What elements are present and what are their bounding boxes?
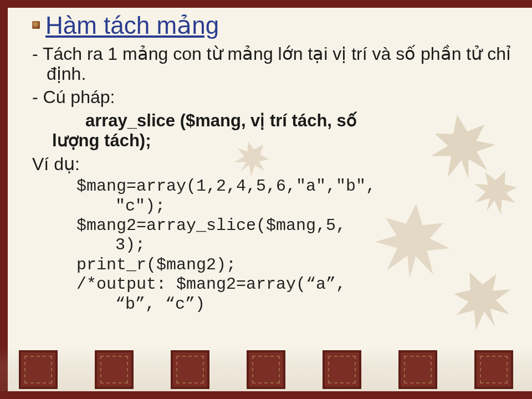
example-label: Ví dụ: [32, 154, 515, 175]
code-line: print_r($mang2); [76, 255, 515, 275]
syntax-line-1: array_slice ($mang, vị trí tách, số [52, 111, 515, 131]
code-block: $mang=array(1,2,4,5,6,"a","b", "c"); $ma… [76, 177, 515, 314]
border-left [0, 0, 8, 399]
title-row: Hàm tách mảng [32, 12, 515, 39]
bullet-icon [32, 21, 40, 29]
code-line: $mang=array(1,2,4,5,6,"a","b", [76, 177, 515, 196]
syntax-block: array_slice ($mang, vị trí tách, số lượn… [52, 111, 515, 150]
syntax-line-2: lượng tách); [52, 131, 515, 151]
ornament-tile [474, 350, 513, 389]
slide-content: Hàm tách mảng Tách ra 1 mảng con từ mảng… [32, 12, 515, 344]
code-line: $mang2=array_slice($mang,5, [76, 216, 515, 236]
code-line: 3); [76, 236, 515, 255]
ornament-tile [247, 350, 285, 389]
ornament-tile [323, 350, 361, 389]
ornament-tile [95, 350, 134, 389]
code-line: “b”, “c”) [76, 295, 515, 314]
ornament-tile [171, 350, 209, 389]
slide-title: Hàm tách mảng [45, 12, 219, 39]
code-line: /*output: $mang2=array(“a”, [76, 275, 515, 294]
slide: Hàm tách mảng Tách ra 1 mảng con từ mảng… [0, 0, 532, 399]
ornament-tile [19, 350, 58, 389]
border-top [0, 0, 532, 8]
code-line: "c"); [76, 197, 515, 216]
ornament-tile [398, 350, 437, 389]
syntax-label: Cú pháp: [32, 88, 515, 108]
ornament-row [0, 348, 532, 391]
description-1: Tách ra 1 mảng con từ mảng lớn tại vị tr… [32, 44, 515, 84]
border-bottom [0, 391, 532, 399]
